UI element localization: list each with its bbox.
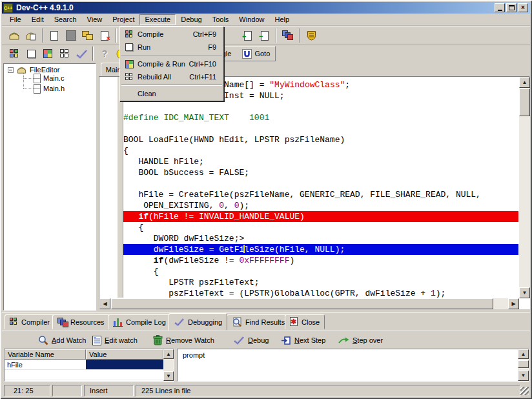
scroll-right-button[interactable]: ▶ bbox=[508, 298, 519, 309]
scroll-left-button[interactable]: ◀ bbox=[99, 298, 110, 309]
remove-from-project-button[interactable]: − bbox=[256, 28, 273, 44]
menu-debug[interactable]: Debug bbox=[176, 14, 207, 25]
tab-resources[interactable]: Resources bbox=[52, 314, 110, 329]
run-button[interactable] bbox=[23, 46, 39, 62]
watch-column-value[interactable]: Value bbox=[86, 349, 163, 360]
tab-compiler[interactable]: Compiler bbox=[5, 314, 55, 329]
scroll-down-button[interactable]: ▼ bbox=[518, 371, 529, 381]
execute-menu: Compile Ctrl+F9 Run F9 Compile & Run Ctr… bbox=[119, 26, 224, 101]
profile-button[interactable] bbox=[303, 28, 320, 44]
tab-find-results[interactable]: Find Results bbox=[227, 314, 290, 329]
status-cursor-position: 21: 25 bbox=[4, 385, 50, 396]
vscroll-thumb[interactable] bbox=[519, 88, 530, 116]
scroll-down-button[interactable]: ▼ bbox=[163, 371, 174, 381]
watch-column-variable-name[interactable]: Variable Name bbox=[5, 349, 86, 360]
compile-icon bbox=[125, 30, 134, 39]
check-icon bbox=[76, 49, 88, 59]
add-to-project-button[interactable]: + bbox=[240, 28, 256, 44]
debug-output-panel[interactable]: prompt ▲ ▼ bbox=[177, 349, 529, 382]
rebuild-button[interactable] bbox=[56, 46, 73, 62]
debug-toolbar: Add Watch Edit watch Remove Watch Debug … bbox=[2, 331, 530, 349]
code-line: { bbox=[123, 222, 518, 233]
menu-window[interactable]: Window bbox=[234, 14, 269, 25]
scroll-up-button[interactable]: ▲ bbox=[518, 349, 529, 359]
code-line: hFile = CreateFile(pszFileName, GENERIC_… bbox=[123, 189, 518, 200]
file-icon bbox=[34, 74, 41, 83]
tab-close[interactable]: ✱ Close bbox=[285, 314, 325, 329]
tree-item-label: Main.h bbox=[43, 85, 65, 92]
tree-connector bbox=[23, 78, 34, 79]
menu-tools[interactable]: Tools bbox=[207, 14, 234, 25]
close-button[interactable]: × bbox=[518, 3, 528, 12]
app-icon: C++ bbox=[3, 3, 13, 13]
tree-item-main-h[interactable]: Main.h bbox=[34, 84, 65, 93]
resources-icon bbox=[57, 318, 67, 327]
status-section-2 bbox=[52, 385, 82, 396]
watch-table[interactable]: Variable Name Value hFile ▲ ▼ bbox=[4, 349, 174, 382]
edit-watch-button[interactable]: Edit watch bbox=[92, 334, 138, 346]
menu-file[interactable]: File bbox=[5, 14, 26, 25]
minimize-button[interactable] bbox=[495, 3, 505, 12]
open-file-button[interactable] bbox=[63, 28, 79, 44]
menu-project[interactable]: Project bbox=[107, 14, 139, 25]
project-browser[interactable]: FileEditor Main.c Main.h bbox=[3, 63, 96, 311]
menu-search[interactable]: Search bbox=[49, 14, 82, 25]
tree-item-main-c[interactable]: Main.c bbox=[34, 74, 64, 83]
scroll-up-button[interactable]: ▲ bbox=[163, 349, 174, 359]
editor-gutter bbox=[118, 77, 123, 298]
tab-compile-log[interactable]: Compile Log bbox=[108, 314, 171, 329]
menu-item-rebuild-all[interactable]: Rebuild All Ctrl+F11 bbox=[121, 70, 223, 83]
next-step-button[interactable]: Next Step bbox=[281, 334, 325, 346]
save-button[interactable] bbox=[79, 28, 96, 44]
question-icon: ? bbox=[102, 48, 108, 59]
menu-help[interactable]: Help bbox=[269, 14, 294, 25]
menu-item-compile[interactable]: Compile Ctrl+F9 bbox=[121, 28, 223, 41]
code-line: BOOL LoadFile(HWND hEdit, LPSTR pszFileN… bbox=[123, 134, 518, 145]
debug-check-button[interactable] bbox=[73, 46, 90, 62]
watch-row-hfile-name[interactable]: hFile bbox=[5, 360, 86, 370]
project-options-button[interactable] bbox=[280, 28, 296, 44]
maximize-button[interactable] bbox=[506, 3, 517, 12]
trash-icon bbox=[153, 335, 163, 345]
shield-icon bbox=[307, 30, 316, 41]
toolbar-separator bbox=[92, 46, 94, 61]
code-line: OPEN_EXISTING, 0, 0); bbox=[123, 200, 518, 211]
tree-item-label: Main.c bbox=[43, 74, 64, 82]
edit-watch-icon bbox=[92, 336, 101, 345]
step-over-button[interactable]: Step over bbox=[338, 334, 383, 346]
open-project-button[interactable] bbox=[23, 28, 39, 44]
add-watch-button[interactable]: Add Watch bbox=[38, 334, 86, 346]
new-source-button[interactable] bbox=[46, 28, 63, 44]
compile-button[interactable] bbox=[6, 46, 23, 62]
hscroll-thumb[interactable] bbox=[111, 298, 493, 309]
scroll-up-button[interactable]: ▲ bbox=[519, 77, 530, 88]
rebuild-icon bbox=[60, 49, 70, 59]
titlebar[interactable]: C++ Dev-C++ 4.9.1.0 × bbox=[2, 2, 530, 14]
debug-button[interactable]: Debug bbox=[233, 334, 269, 346]
watch-row-hfile-value[interactable] bbox=[86, 360, 163, 370]
menu-view[interactable]: View bbox=[82, 14, 108, 25]
menu-execute[interactable]: Execute bbox=[139, 14, 176, 25]
output-scroll-thumb[interactable] bbox=[518, 360, 529, 368]
collapse-icon[interactable] bbox=[8, 67, 14, 73]
new-project-button[interactable] bbox=[6, 28, 23, 44]
compile-run-button[interactable] bbox=[39, 46, 56, 62]
watch-empty-row[interactable] bbox=[5, 370, 86, 380]
open-project-icon bbox=[25, 30, 37, 41]
menu-item-clean[interactable]: Clean bbox=[121, 87, 223, 100]
close-file-button[interactable]: × bbox=[96, 28, 113, 44]
menu-item-compile-run[interactable]: Compile & Run Ctrl+F10 bbox=[121, 57, 223, 70]
remove-watch-button[interactable]: Remove Watch bbox=[153, 334, 214, 346]
code-lines[interactable]: const char g_szClassName[] = "MyWindowCl… bbox=[123, 77, 518, 298]
scroll-down-button[interactable]: ▼ bbox=[519, 287, 530, 298]
menu-separator bbox=[121, 85, 222, 86]
menu-item-run[interactable]: Run F9 bbox=[121, 41, 223, 54]
goto-bookmark-button[interactable]: Goto bbox=[242, 49, 270, 59]
watch-empty-row[interactable] bbox=[86, 370, 163, 380]
tab-debugging[interactable]: Debugging bbox=[169, 313, 227, 331]
rebuild-icon bbox=[125, 73, 134, 81]
help-context-button[interactable]: ? bbox=[96, 46, 113, 62]
resize-grip[interactable] bbox=[520, 387, 529, 395]
menu-edit[interactable]: Edit bbox=[26, 14, 49, 25]
window-title: Dev-C++ 4.9.1.0 bbox=[16, 3, 74, 12]
